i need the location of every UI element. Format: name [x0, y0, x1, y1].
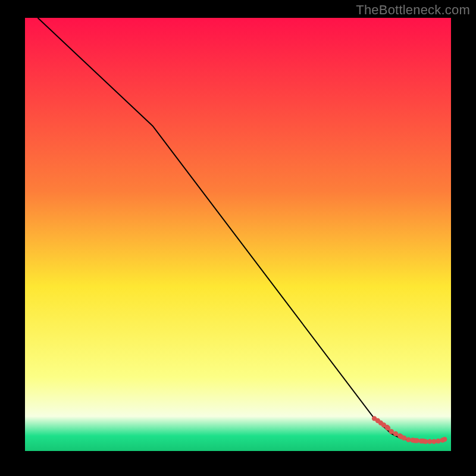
- data-point: [431, 439, 436, 444]
- data-point: [442, 437, 447, 441]
- data-point: [406, 437, 411, 442]
- data-point: [393, 431, 398, 436]
- data-point: [427, 439, 432, 444]
- data-point: [415, 438, 419, 443]
- data-point: [423, 439, 428, 444]
- data-point: [402, 436, 406, 440]
- plot-area: [25, 18, 451, 451]
- attribution-text: TheBottleneck.com: [356, 2, 470, 18]
- data-point: [436, 439, 440, 443]
- gradient-bg: [25, 18, 451, 451]
- data-point: [389, 429, 394, 434]
- chart-frame: TheBottleneck.com: [0, 0, 476, 476]
- chart-svg: [25, 18, 451, 451]
